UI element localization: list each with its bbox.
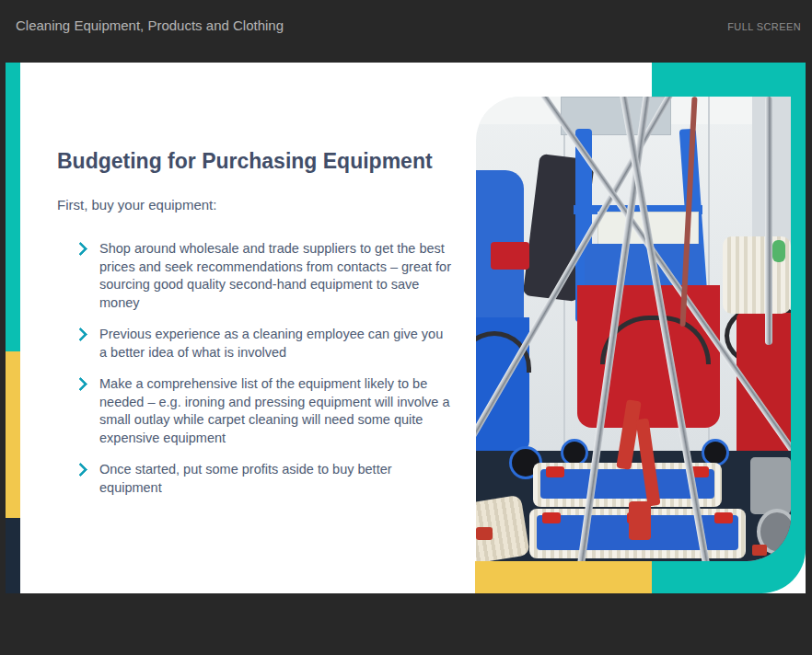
fullscreen-button[interactable]: FULL SCREEN bbox=[722, 20, 806, 33]
slide-photo bbox=[476, 97, 791, 561]
bullet-item: Once started, put some profits aside to … bbox=[57, 461, 451, 497]
bottom-accent-block-yellow bbox=[475, 561, 652, 593]
chevron-bullet-icon bbox=[74, 242, 88, 257]
photo-detail bbox=[491, 242, 529, 270]
photo-detail bbox=[476, 527, 493, 540]
photo-detail bbox=[765, 97, 772, 345]
photo-detail bbox=[714, 512, 733, 523]
photo-detail bbox=[546, 466, 564, 477]
left-accent-strip-teal bbox=[6, 63, 20, 351]
bullet-text: Shop around wholesale and trade supplier… bbox=[99, 241, 451, 310]
bullet-list: Shop around wholesale and trade supplier… bbox=[57, 240, 451, 497]
bullet-text: Previous experience as a cleaning employ… bbox=[99, 327, 443, 360]
bullet-item: Make a comprehensive list of the equipme… bbox=[57, 375, 451, 447]
chevron-bullet-icon bbox=[74, 377, 88, 392]
chevron-bullet-icon bbox=[74, 463, 88, 477]
chevron-bullet-icon bbox=[74, 328, 88, 342]
bullet-text: Make a comprehensive list of the equipme… bbox=[99, 376, 449, 445]
slide-intro: First, buy your equipment: bbox=[57, 197, 451, 213]
course-title: Cleaning Equipment, Products and Clothin… bbox=[16, 17, 284, 33]
photo-detail bbox=[542, 512, 561, 523]
photo-detail bbox=[750, 457, 791, 514]
photo-detail bbox=[772, 240, 785, 262]
bullet-item: Shop around wholesale and trade supplier… bbox=[57, 240, 451, 312]
bullet-item: Previous experience as a cleaning employ… bbox=[57, 326, 451, 362]
photo-detail bbox=[629, 501, 651, 540]
left-accent-strip-navy bbox=[6, 518, 20, 593]
player-bar: ↻ bbox=[0, 593, 812, 655]
slide-content: Budgeting for Purchasing Equipment First… bbox=[57, 148, 451, 511]
photo-detail bbox=[752, 545, 767, 556]
top-bar: Cleaning Equipment, Products and Clothin… bbox=[0, 0, 812, 63]
slide-canvas: Budgeting for Purchasing Equipment First… bbox=[20, 63, 806, 593]
bullet-text: Once started, put some profits aside to … bbox=[99, 462, 392, 495]
left-accent-strip-yellow bbox=[6, 351, 20, 518]
slide-title: Budgeting for Purchasing Equipment bbox=[57, 148, 451, 174]
